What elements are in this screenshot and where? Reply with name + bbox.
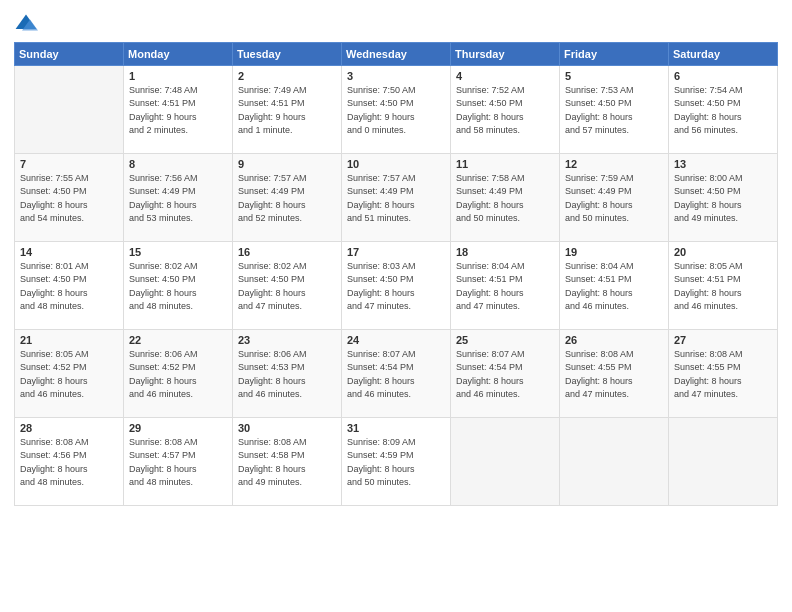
calendar-cell: 28Sunrise: 8:08 AMSunset: 4:56 PMDayligh… — [15, 417, 124, 505]
day-info: Sunrise: 7:52 AMSunset: 4:50 PMDaylight:… — [456, 84, 554, 138]
calendar-week-2: 7Sunrise: 7:55 AMSunset: 4:50 PMDaylight… — [15, 153, 778, 241]
calendar-cell: 29Sunrise: 8:08 AMSunset: 4:57 PMDayligh… — [124, 417, 233, 505]
weekday-header-friday: Friday — [560, 42, 669, 65]
calendar: SundayMondayTuesdayWednesdayThursdayFrid… — [14, 42, 778, 506]
calendar-cell: 7Sunrise: 7:55 AMSunset: 4:50 PMDaylight… — [15, 153, 124, 241]
day-info: Sunrise: 8:07 AMSunset: 4:54 PMDaylight:… — [456, 348, 554, 402]
calendar-cell — [451, 417, 560, 505]
day-number: 30 — [238, 422, 336, 434]
day-info: Sunrise: 7:55 AMSunset: 4:50 PMDaylight:… — [20, 172, 118, 226]
day-number: 28 — [20, 422, 118, 434]
calendar-week-3: 14Sunrise: 8:01 AMSunset: 4:50 PMDayligh… — [15, 241, 778, 329]
day-number: 29 — [129, 422, 227, 434]
day-number: 18 — [456, 246, 554, 258]
calendar-week-1: 1Sunrise: 7:48 AMSunset: 4:51 PMDaylight… — [15, 65, 778, 153]
calendar-cell: 27Sunrise: 8:08 AMSunset: 4:55 PMDayligh… — [669, 329, 778, 417]
day-info: Sunrise: 8:03 AMSunset: 4:50 PMDaylight:… — [347, 260, 445, 314]
day-number: 4 — [456, 70, 554, 82]
weekday-header-tuesday: Tuesday — [233, 42, 342, 65]
day-number: 17 — [347, 246, 445, 258]
day-number: 7 — [20, 158, 118, 170]
calendar-cell: 12Sunrise: 7:59 AMSunset: 4:49 PMDayligh… — [560, 153, 669, 241]
weekday-header-sunday: Sunday — [15, 42, 124, 65]
day-info: Sunrise: 8:08 AMSunset: 4:56 PMDaylight:… — [20, 436, 118, 490]
calendar-cell: 25Sunrise: 8:07 AMSunset: 4:54 PMDayligh… — [451, 329, 560, 417]
calendar-cell: 21Sunrise: 8:05 AMSunset: 4:52 PMDayligh… — [15, 329, 124, 417]
calendar-cell: 9Sunrise: 7:57 AMSunset: 4:49 PMDaylight… — [233, 153, 342, 241]
calendar-cell: 10Sunrise: 7:57 AMSunset: 4:49 PMDayligh… — [342, 153, 451, 241]
day-number: 21 — [20, 334, 118, 346]
day-info: Sunrise: 8:06 AMSunset: 4:52 PMDaylight:… — [129, 348, 227, 402]
calendar-cell: 2Sunrise: 7:49 AMSunset: 4:51 PMDaylight… — [233, 65, 342, 153]
day-info: Sunrise: 7:54 AMSunset: 4:50 PMDaylight:… — [674, 84, 772, 138]
calendar-cell: 5Sunrise: 7:53 AMSunset: 4:50 PMDaylight… — [560, 65, 669, 153]
day-info: Sunrise: 8:02 AMSunset: 4:50 PMDaylight:… — [129, 260, 227, 314]
calendar-body: 1Sunrise: 7:48 AMSunset: 4:51 PMDaylight… — [15, 65, 778, 505]
day-number: 1 — [129, 70, 227, 82]
day-number: 24 — [347, 334, 445, 346]
day-info: Sunrise: 8:08 AMSunset: 4:57 PMDaylight:… — [129, 436, 227, 490]
calendar-cell: 16Sunrise: 8:02 AMSunset: 4:50 PMDayligh… — [233, 241, 342, 329]
weekday-row: SundayMondayTuesdayWednesdayThursdayFrid… — [15, 42, 778, 65]
calendar-cell: 11Sunrise: 7:58 AMSunset: 4:49 PMDayligh… — [451, 153, 560, 241]
day-number: 25 — [456, 334, 554, 346]
day-number: 27 — [674, 334, 772, 346]
day-number: 6 — [674, 70, 772, 82]
day-info: Sunrise: 7:57 AMSunset: 4:49 PMDaylight:… — [347, 172, 445, 226]
calendar-cell: 23Sunrise: 8:06 AMSunset: 4:53 PMDayligh… — [233, 329, 342, 417]
day-number: 2 — [238, 70, 336, 82]
calendar-cell: 20Sunrise: 8:05 AMSunset: 4:51 PMDayligh… — [669, 241, 778, 329]
day-number: 11 — [456, 158, 554, 170]
day-info: Sunrise: 8:01 AMSunset: 4:50 PMDaylight:… — [20, 260, 118, 314]
calendar-cell: 1Sunrise: 7:48 AMSunset: 4:51 PMDaylight… — [124, 65, 233, 153]
logo-icon — [14, 13, 38, 33]
day-info: Sunrise: 7:50 AMSunset: 4:50 PMDaylight:… — [347, 84, 445, 138]
day-number: 22 — [129, 334, 227, 346]
page: SundayMondayTuesdayWednesdayThursdayFrid… — [0, 0, 792, 612]
day-number: 20 — [674, 246, 772, 258]
day-info: Sunrise: 7:49 AMSunset: 4:51 PMDaylight:… — [238, 84, 336, 138]
day-number: 13 — [674, 158, 772, 170]
weekday-header-monday: Monday — [124, 42, 233, 65]
calendar-cell: 6Sunrise: 7:54 AMSunset: 4:50 PMDaylight… — [669, 65, 778, 153]
day-number: 5 — [565, 70, 663, 82]
calendar-cell — [15, 65, 124, 153]
header — [14, 12, 778, 34]
calendar-header: SundayMondayTuesdayWednesdayThursdayFrid… — [15, 42, 778, 65]
day-info: Sunrise: 8:09 AMSunset: 4:59 PMDaylight:… — [347, 436, 445, 490]
day-info: Sunrise: 8:05 AMSunset: 4:51 PMDaylight:… — [674, 260, 772, 314]
day-number: 14 — [20, 246, 118, 258]
day-info: Sunrise: 7:57 AMSunset: 4:49 PMDaylight:… — [238, 172, 336, 226]
day-info: Sunrise: 8:02 AMSunset: 4:50 PMDaylight:… — [238, 260, 336, 314]
day-info: Sunrise: 7:53 AMSunset: 4:50 PMDaylight:… — [565, 84, 663, 138]
calendar-cell: 8Sunrise: 7:56 AMSunset: 4:49 PMDaylight… — [124, 153, 233, 241]
calendar-cell: 4Sunrise: 7:52 AMSunset: 4:50 PMDaylight… — [451, 65, 560, 153]
calendar-cell: 26Sunrise: 8:08 AMSunset: 4:55 PMDayligh… — [560, 329, 669, 417]
day-number: 3 — [347, 70, 445, 82]
day-info: Sunrise: 8:08 AMSunset: 4:55 PMDaylight:… — [565, 348, 663, 402]
day-number: 15 — [129, 246, 227, 258]
day-info: Sunrise: 8:07 AMSunset: 4:54 PMDaylight:… — [347, 348, 445, 402]
day-number: 10 — [347, 158, 445, 170]
calendar-cell: 22Sunrise: 8:06 AMSunset: 4:52 PMDayligh… — [124, 329, 233, 417]
calendar-cell — [669, 417, 778, 505]
weekday-header-wednesday: Wednesday — [342, 42, 451, 65]
calendar-cell: 3Sunrise: 7:50 AMSunset: 4:50 PMDaylight… — [342, 65, 451, 153]
day-info: Sunrise: 8:04 AMSunset: 4:51 PMDaylight:… — [565, 260, 663, 314]
day-info: Sunrise: 7:48 AMSunset: 4:51 PMDaylight:… — [129, 84, 227, 138]
day-info: Sunrise: 8:00 AMSunset: 4:50 PMDaylight:… — [674, 172, 772, 226]
calendar-cell: 31Sunrise: 8:09 AMSunset: 4:59 PMDayligh… — [342, 417, 451, 505]
day-info: Sunrise: 8:04 AMSunset: 4:51 PMDaylight:… — [456, 260, 554, 314]
calendar-cell: 14Sunrise: 8:01 AMSunset: 4:50 PMDayligh… — [15, 241, 124, 329]
calendar-week-4: 21Sunrise: 8:05 AMSunset: 4:52 PMDayligh… — [15, 329, 778, 417]
day-number: 16 — [238, 246, 336, 258]
day-info: Sunrise: 8:06 AMSunset: 4:53 PMDaylight:… — [238, 348, 336, 402]
day-info: Sunrise: 8:08 AMSunset: 4:55 PMDaylight:… — [674, 348, 772, 402]
calendar-cell — [560, 417, 669, 505]
weekday-header-saturday: Saturday — [669, 42, 778, 65]
day-info: Sunrise: 7:58 AMSunset: 4:49 PMDaylight:… — [456, 172, 554, 226]
calendar-cell: 13Sunrise: 8:00 AMSunset: 4:50 PMDayligh… — [669, 153, 778, 241]
weekday-header-thursday: Thursday — [451, 42, 560, 65]
calendar-week-5: 28Sunrise: 8:08 AMSunset: 4:56 PMDayligh… — [15, 417, 778, 505]
day-info: Sunrise: 8:05 AMSunset: 4:52 PMDaylight:… — [20, 348, 118, 402]
